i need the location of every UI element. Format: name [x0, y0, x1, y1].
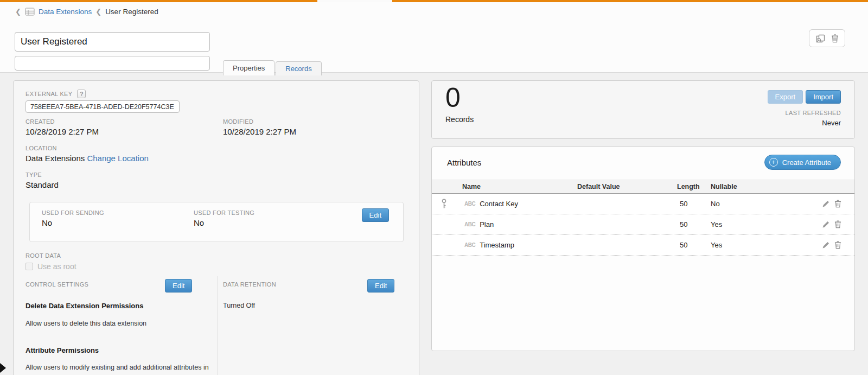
delete-extension-icon[interactable]: [831, 34, 839, 43]
data-extensions-icon: [25, 8, 35, 16]
data-retention-edit-button[interactable]: Edit: [367, 279, 394, 293]
modified-label: MODIFIED: [223, 118, 296, 125]
attributes-title: Attributes: [447, 158, 481, 167]
edit-attribute-icon[interactable]: [822, 220, 830, 228]
expand-arrow-icon[interactable]: [0, 363, 6, 373]
attributes-panel: Attributes + Create Attribute Name Defau…: [431, 147, 855, 351]
tab-bar: Properties Records: [223, 60, 322, 75]
delete-permissions-desc: Allow users to delete this data extensio…: [25, 320, 146, 327]
used-for-testing-value: No: [194, 218, 254, 227]
use-as-root-checkbox[interactable]: [25, 263, 33, 270]
used-for-sending-value: No: [42, 218, 104, 227]
header-action-group: [809, 29, 845, 47]
help-icon[interactable]: ?: [77, 90, 86, 98]
attribute-length: 50: [677, 220, 711, 228]
extension-name-input[interactable]: [15, 32, 210, 52]
table-row: ABC Contact Key 50 No: [432, 194, 854, 214]
type-value: Standard: [25, 180, 59, 189]
create-attribute-button[interactable]: + Create Attribute: [764, 155, 841, 170]
plus-icon: +: [769, 158, 778, 167]
used-for-testing-label: USED FOR TESTING: [194, 209, 254, 216]
created-value: 10/28/2019 2:27 PM: [25, 127, 99, 136]
col-default-value: Default Value: [577, 183, 677, 190]
table-row: ABC Timestamp 50 Yes: [432, 235, 854, 256]
attribute-name: Plan: [480, 220, 494, 228]
attributes-table: Name Default Value Length Nullable ABC C…: [432, 180, 854, 256]
attribute-nullable: Yes: [711, 241, 797, 249]
last-refreshed-label: LAST REFRESHED: [786, 110, 841, 116]
attribute-nullable: Yes: [711, 220, 797, 228]
text-type-icon: ABC: [464, 201, 475, 207]
attributes-table-header: Name Default Value Length Nullable: [432, 180, 854, 194]
delete-attribute-icon[interactable]: [834, 241, 841, 249]
breadcrumb-current: User Registered: [105, 8, 158, 16]
col-name: Name: [462, 183, 577, 190]
attribute-permissions-desc: Allow users to modify existing and add a…: [25, 364, 209, 371]
text-type-icon: ABC: [464, 242, 475, 248]
usage-box: USED FOR SENDING No USED FOR TESTING No …: [29, 202, 404, 242]
created-label: CREATED: [25, 118, 99, 125]
control-settings-edit-button[interactable]: Edit: [165, 279, 192, 293]
duplicate-icon[interactable]: [816, 34, 825, 43]
use-as-root-label: Use as root: [37, 262, 76, 271]
location-value: Data Extensions: [25, 154, 85, 163]
external-key-input[interactable]: [25, 100, 180, 113]
table-row: ABC Plan 50 Yes: [432, 214, 854, 235]
import-button[interactable]: Import: [806, 90, 841, 104]
tab-records[interactable]: Records: [276, 61, 321, 75]
records-label: Records: [445, 115, 474, 124]
attribute-length: 50: [677, 241, 711, 249]
edit-attribute-icon[interactable]: [822, 200, 830, 208]
type-label: TYPE: [25, 171, 59, 178]
attribute-name: Timestamp: [480, 241, 514, 249]
page-header: ❮ Data Extensions ❮ User Registered Prop…: [0, 2, 868, 73]
breadcrumb-parent-link[interactable]: Data Extensions: [39, 8, 92, 16]
col-length: Length: [677, 183, 711, 190]
delete-attribute-icon[interactable]: [834, 220, 841, 228]
properties-panel: EXTERNAL KEY ? CREATED 10/28/2019 2:27 P…: [13, 80, 419, 375]
data-retention-label: DATA RETENTION: [223, 281, 276, 288]
primary-key-icon: [441, 199, 447, 209]
attribute-permissions-title: Attribute Permissions: [25, 346, 99, 354]
tab-properties[interactable]: Properties: [223, 60, 275, 75]
delete-permissions-title: Delete Data Extension Permissions: [25, 302, 143, 310]
delete-attribute-icon[interactable]: [834, 200, 841, 208]
export-button[interactable]: Export: [768, 90, 803, 104]
last-refreshed-value: Never: [822, 119, 841, 127]
records-count: 0: [445, 84, 461, 111]
attribute-nullable: No: [711, 200, 797, 208]
location-label: LOCATION: [25, 145, 149, 151]
column-divider: [218, 276, 218, 375]
used-for-sending-label: USED FOR SENDING: [42, 209, 104, 216]
col-nullable: Nullable: [711, 183, 854, 190]
external-key-label: EXTERNAL KEY: [25, 91, 72, 97]
control-settings-label: CONTROL SETTINGS: [25, 281, 88, 288]
root-data-label: ROOT DATA: [25, 252, 61, 259]
back-chevron-icon[interactable]: ❮: [15, 8, 21, 16]
edit-attribute-icon[interactable]: [822, 241, 830, 249]
attribute-length: 50: [677, 200, 711, 208]
breadcrumb: ❮ Data Extensions ❮ User Registered: [15, 8, 158, 16]
extension-description-input[interactable]: [15, 56, 210, 71]
records-card: 0 Records Export Import LAST REFRESHED N…: [431, 80, 855, 139]
attribute-name: Contact Key: [480, 200, 518, 208]
modified-value: 10/28/2019 2:27 PM: [223, 127, 296, 136]
breadcrumb-separator: ❮: [95, 8, 101, 16]
usage-edit-button[interactable]: Edit: [362, 208, 389, 222]
change-location-link[interactable]: Change Location: [87, 154, 148, 163]
data-retention-value: Turned Off: [223, 302, 255, 309]
text-type-icon: ABC: [464, 221, 475, 227]
